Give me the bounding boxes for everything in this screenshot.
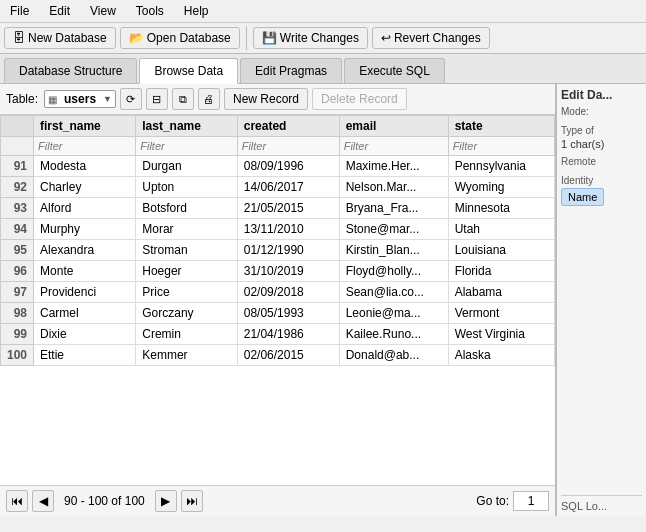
goto-wrap: Go to: [476, 491, 549, 511]
write-changes-button[interactable]: 💾 Write Changes [253, 27, 368, 49]
type-value: 1 char(s) [561, 138, 642, 150]
cell-first-name: Ettie [34, 345, 136, 366]
col-created[interactable]: created [237, 116, 339, 137]
menu-help[interactable]: Help [178, 2, 215, 20]
cell-email: Maxime.Her... [339, 156, 448, 177]
col-state[interactable]: state [448, 116, 554, 137]
cell-last-name: Botsford [136, 198, 237, 219]
cell-first-name: Providenci [34, 282, 136, 303]
new-database-button[interactable]: 🗄 New Database [4, 27, 116, 49]
data-table-wrap[interactable]: first_name last_name created email state [0, 115, 555, 485]
table-name: users [60, 92, 100, 106]
filter-row [1, 137, 555, 156]
revert-changes-icon: ↩ [381, 31, 391, 45]
filter-first-name-input[interactable] [38, 140, 131, 152]
cell-last-name: Kemmer [136, 345, 237, 366]
cell-last-name: Morar [136, 219, 237, 240]
cell-rownum: 95 [1, 240, 34, 261]
mode-field: Mode: [561, 106, 642, 119]
copy-button[interactable]: ⧉ [172, 88, 194, 110]
next-page-button[interactable]: ▶ [155, 490, 177, 512]
filter-button[interactable]: ⊟ [146, 88, 168, 110]
filter-created-input[interactable] [242, 140, 335, 152]
filter-email[interactable] [339, 137, 448, 156]
col-last-name[interactable]: last_name [136, 116, 237, 137]
table-icon: ▦ [48, 94, 57, 105]
menu-file[interactable]: File [4, 2, 35, 20]
filter-email-input[interactable] [344, 140, 444, 152]
cell-first-name: Dixie [34, 324, 136, 345]
filter-state[interactable] [448, 137, 554, 156]
cell-state: Pennsylvania [448, 156, 554, 177]
menu-tools[interactable]: Tools [130, 2, 170, 20]
filter-state-input[interactable] [453, 140, 550, 152]
cell-email: Leonie@ma... [339, 303, 448, 324]
col-email[interactable]: email [339, 116, 448, 137]
cell-state: Wyoming [448, 177, 554, 198]
table-row[interactable]: 98CarmelGorczany08/05/1993Leonie@ma...Ve… [1, 303, 555, 324]
table-selector[interactable]: ▦ users ▼ [44, 90, 116, 108]
cell-email: Kailee.Runo... [339, 324, 448, 345]
cell-state: Louisiana [448, 240, 554, 261]
refresh-button[interactable]: ⟳ [120, 88, 142, 110]
goto-input[interactable] [513, 491, 549, 511]
page-info: 90 - 100 of 100 [58, 494, 151, 508]
tab-database-structure[interactable]: Database Structure [4, 58, 137, 83]
sql-log-label: SQL Lo... [561, 495, 642, 512]
tab-edit-pragmas[interactable]: Edit Pragmas [240, 58, 342, 83]
cell-state: Alaska [448, 345, 554, 366]
delete-record-button[interactable]: Delete Record [312, 88, 407, 110]
cell-created: 31/10/2019 [237, 261, 339, 282]
cell-rownum: 96 [1, 261, 34, 282]
tabs: Database Structure Browse Data Edit Prag… [0, 54, 646, 84]
cell-email: Floyd@holly... [339, 261, 448, 282]
filter-rownum [1, 137, 34, 156]
pagination: ⏮ ◀ 90 - 100 of 100 ▶ ⏭ Go to: [0, 485, 555, 516]
new-record-button[interactable]: New Record [224, 88, 308, 110]
table-row[interactable]: 96MonteHoeger31/10/2019Floyd@holly...Flo… [1, 261, 555, 282]
cell-created: 02/06/2015 [237, 345, 339, 366]
filter-last-name-input[interactable] [140, 140, 232, 152]
table-row[interactable]: 99DixieCremin21/04/1986Kailee.Runo...Wes… [1, 324, 555, 345]
tab-execute-sql[interactable]: Execute SQL [344, 58, 445, 83]
cell-first-name: Modesta [34, 156, 136, 177]
remote-label: Remote [561, 156, 642, 167]
revert-changes-button[interactable]: ↩ Revert Changes [372, 27, 490, 49]
cell-first-name: Monte [34, 261, 136, 282]
cell-rownum: 98 [1, 303, 34, 324]
remote-field: Remote [561, 156, 642, 169]
cell-created: 21/05/2015 [237, 198, 339, 219]
col-first-name[interactable]: first_name [34, 116, 136, 137]
cell-created: 02/09/2018 [237, 282, 339, 303]
tab-browse-data[interactable]: Browse Data [139, 58, 238, 84]
filter-first-name[interactable] [34, 137, 136, 156]
toolbar-separator [246, 26, 247, 50]
table-row[interactable]: 92CharleyUpton14/06/2017Nelson.Mar...Wyo… [1, 177, 555, 198]
cell-first-name: Alexandra [34, 240, 136, 261]
table-row[interactable]: 91ModestaDurgan08/09/1996Maxime.Her...Pe… [1, 156, 555, 177]
table-row[interactable]: 100EttieKemmer02/06/2015Donald@ab...Alas… [1, 345, 555, 366]
name-badge: Name [561, 188, 604, 206]
filter-last-name[interactable] [136, 137, 237, 156]
table-row[interactable]: 94MurphyMorar13/11/2010Stone@mar...Utah [1, 219, 555, 240]
last-page-button[interactable]: ⏭ [181, 490, 203, 512]
cell-rownum: 92 [1, 177, 34, 198]
identity-field: Identity Name [561, 175, 642, 206]
first-page-button[interactable]: ⏮ [6, 490, 28, 512]
table-row[interactable]: 97ProvidenciPrice02/09/2018Sean@lia.co..… [1, 282, 555, 303]
prev-page-button[interactable]: ◀ [32, 490, 54, 512]
open-database-button[interactable]: 📂 Open Database [120, 27, 240, 49]
open-database-icon: 📂 [129, 31, 144, 45]
menu-view[interactable]: View [84, 2, 122, 20]
table-row[interactable]: 95AlexandraStroman01/12/1990Kirstin_Blan… [1, 240, 555, 261]
table-dropdown-arrow: ▼ [103, 94, 112, 104]
cell-state: Florida [448, 261, 554, 282]
filter-created[interactable] [237, 137, 339, 156]
menu-edit[interactable]: Edit [43, 2, 76, 20]
right-panel-title: Edit Da... [561, 88, 642, 102]
print-button[interactable]: 🖨 [198, 88, 220, 110]
table-row[interactable]: 93AlfordBotsford21/05/2015Bryana_Fra...M… [1, 198, 555, 219]
table-body: 91ModestaDurgan08/09/1996Maxime.Her...Pe… [1, 156, 555, 366]
cell-first-name: Carmel [34, 303, 136, 324]
cell-state: West Virginia [448, 324, 554, 345]
